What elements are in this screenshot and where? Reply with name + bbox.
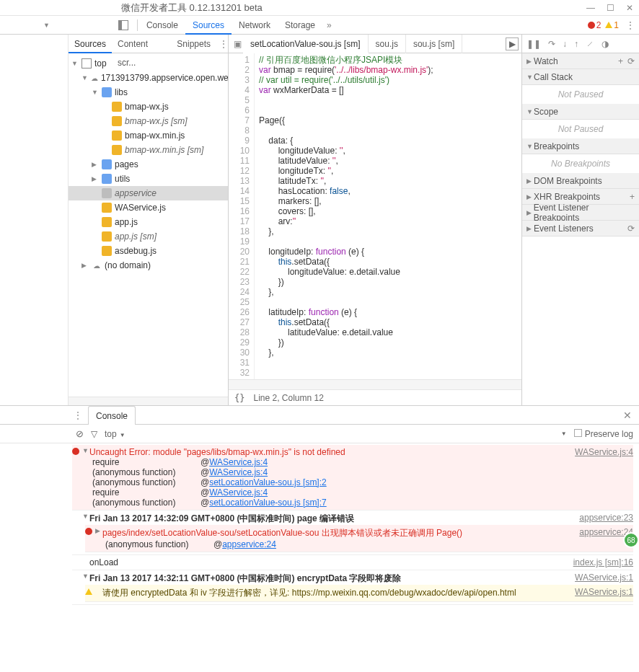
- tree-item[interactable]: bmap-wx.js: [69, 100, 228, 114]
- tree-item[interactable]: asdebug.js: [69, 244, 228, 258]
- event-lst-header[interactable]: ▶Event Listeners⟳: [522, 221, 639, 236]
- kebab-icon[interactable]: ⋮: [626, 20, 635, 30]
- breakpoints-header[interactable]: ▼Breakpoints: [522, 138, 639, 154]
- window-controls: — ☐ ✕: [586, 3, 633, 13]
- step-into-icon[interactable]: ↓: [563, 39, 567, 49]
- line-gutter: 1234567891011121314151617181920212223242…: [229, 53, 255, 379]
- preserve-log-checkbox[interactable]: Preserve log: [574, 429, 633, 439]
- callstack-header[interactable]: ▼Call Stack: [522, 69, 639, 85]
- tree-item[interactable]: appservice: [69, 186, 228, 200]
- dom-bp-header[interactable]: ▶DOM Breakpoints: [522, 173, 639, 189]
- error-count[interactable]: 2: [588, 20, 601, 30]
- console-filter-bar: ⊘ ▽ top▼ ▼ Preserve log: [0, 425, 639, 443]
- pause-exc-icon[interactable]: ◑: [601, 39, 609, 49]
- cursor-position: Line 2, Column 12: [253, 393, 323, 403]
- tree-item[interactable]: bmap-wx.min.js [sm]: [69, 143, 228, 157]
- log-line: onLoadindex.js [sm]:16: [72, 555, 633, 570]
- tree-item[interactable]: bmap-wx.min.js: [69, 128, 228, 143]
- tree-item[interactable]: app.js: [69, 215, 228, 229]
- log-source-link[interactable]: WAService.js:4: [568, 447, 633, 457]
- stack-link[interactable]: WAService.js:4: [209, 467, 268, 477]
- sources-subtabs: Sources Content scr... Snippets ⋮: [69, 35, 228, 53]
- editor-tab-0[interactable]: setLocationValue-sou.js [sm]: [243, 35, 369, 53]
- editor-tabs: ▣ setLocationValue-sou.js [sm] sou.js so…: [229, 35, 521, 53]
- devtools-toolbar: ▼ Console Sources Network Storage » 2 1 …: [0, 16, 639, 35]
- editor-pane: ▣ setLocationValue-sou.js [sm] sou.js so…: [229, 35, 522, 405]
- log-source-link[interactable]: WAService.js:1: [568, 587, 633, 599]
- refresh-evt-icon[interactable]: ⟳: [627, 224, 635, 234]
- subtab-sources[interactable]: Sources: [69, 35, 112, 53]
- console-tab[interactable]: Console: [88, 406, 136, 425]
- filter-icon[interactable]: ▽: [91, 429, 97, 439]
- scope-body: Not Paused: [522, 120, 639, 138]
- more-tabs-icon[interactable]: »: [327, 20, 332, 30]
- close-icon[interactable]: ✕: [626, 3, 633, 13]
- tree-item[interactable]: app.js [sm]: [69, 229, 228, 244]
- tree-item[interactable]: bmap-wx.js [sm]: [69, 114, 228, 128]
- warning-count[interactable]: 1: [605, 20, 619, 30]
- brace-icon[interactable]: {}: [234, 393, 244, 403]
- log-source-link[interactable]: index.js [sm]:16: [566, 557, 633, 567]
- nav-back-icon[interactable]: ▣: [232, 39, 243, 49]
- console-drawer-header: ⋮ Console ✕: [0, 406, 639, 425]
- console-close-icon[interactable]: ✕: [623, 410, 632, 421]
- tab-storage[interactable]: Storage: [278, 16, 322, 35]
- run-icon[interactable]: ▶: [506, 37, 519, 50]
- console-kebab-icon[interactable]: ⋮: [74, 410, 82, 420]
- code-editor[interactable]: 1234567891011121314151617181920212223242…: [229, 53, 521, 379]
- scope-header[interactable]: ▼Scope: [522, 104, 639, 120]
- editor-status: {} Line 2, Column 12: [229, 389, 521, 405]
- console-body: ▼Uncaught Error: module "pages/libs/bmap…: [0, 443, 639, 606]
- dropdown-icon[interactable]: ▼: [43, 22, 50, 29]
- code-content[interactable]: // 引用百度地图微信小程序JSAPI模块 var bmap = require…: [255, 53, 521, 379]
- add-xhr-bp-icon[interactable]: +: [630, 192, 635, 202]
- tree-item[interactable]: WAService.js: [69, 200, 228, 215]
- file-tree: ▼top▼☁1713913799.appservice.open.weix▼li…: [69, 53, 228, 397]
- subtab-kebab-icon[interactable]: ⋮: [219, 39, 228, 49]
- callstack-body: Not Paused: [522, 85, 639, 104]
- log-source-link[interactable]: WAService.js:1: [568, 572, 633, 585]
- window-title: 微信开发者工具 0.12.131201 beta: [121, 1, 263, 14]
- tab-sources[interactable]: Sources: [185, 16, 232, 35]
- stack-link[interactable]: setLocationValue-sou.js [sm]:7: [209, 498, 327, 508]
- stack-link[interactable]: appservice:24: [222, 539, 276, 549]
- tree-item[interactable]: ▶utils: [69, 172, 228, 186]
- tab-console[interactable]: Console: [139, 16, 185, 35]
- editor-tab-2[interactable]: sou.js [sm]: [406, 35, 462, 53]
- step-over-icon[interactable]: ↷: [548, 39, 555, 49]
- step-out-icon[interactable]: ↑: [574, 39, 578, 49]
- dock-icon[interactable]: [118, 20, 128, 30]
- stack-link[interactable]: setLocationValue-sou.js [sm]:2: [209, 477, 327, 487]
- debug-toolbar: ❚❚ ↷ ↓ ↑ ⟋ ◑: [522, 35, 639, 53]
- refresh-watch-icon[interactable]: ⟳: [627, 56, 635, 66]
- editor-hscroll[interactable]: [229, 379, 521, 389]
- watch-header[interactable]: ▶Watch+⟳: [522, 53, 639, 69]
- tree-hscroll[interactable]: [69, 397, 228, 405]
- log-group: ▼Fri Jan 13 2017 14:32:09 GMT+0800 (中国标准…: [72, 510, 633, 555]
- stack-link[interactable]: WAService.js:4: [209, 487, 268, 498]
- add-watch-icon[interactable]: +: [618, 56, 623, 66]
- clear-console-icon[interactable]: ⊘: [76, 428, 84, 439]
- tree-item[interactable]: ▼top: [69, 56, 228, 71]
- level-dropdown-icon[interactable]: ▼: [561, 430, 567, 437]
- pause-icon[interactable]: ❚❚: [526, 39, 541, 49]
- breakpoints-body: No Breakpoints: [522, 154, 639, 173]
- minimize-icon[interactable]: —: [586, 3, 595, 13]
- titlebar: 微信开发者工具 0.12.131201 beta — ☐ ✕: [0, 0, 639, 16]
- maximize-icon[interactable]: ☐: [607, 3, 614, 13]
- tree-item[interactable]: ▶pages: [69, 157, 228, 172]
- deactivate-bp-icon[interactable]: ⟋: [586, 39, 594, 49]
- tab-network[interactable]: Network: [232, 16, 278, 35]
- left-gutter: [0, 35, 69, 405]
- event-bp-header[interactable]: ▶Event Listener Breakpoints: [522, 205, 639, 221]
- tree-item[interactable]: ▼☁1713913799.appservice.open.weix: [69, 71, 228, 85]
- tree-item[interactable]: ▶☁(no domain): [69, 258, 228, 273]
- stack-link[interactable]: WAService.js:4: [209, 457, 268, 467]
- tree-item[interactable]: ▼libs: [69, 85, 228, 100]
- context-selector[interactable]: top▼: [105, 429, 125, 439]
- editor-tab-1[interactable]: sou.js: [369, 35, 406, 53]
- log-source-link[interactable]: appservice:23: [572, 513, 633, 525]
- float-badge[interactable]: 68: [623, 532, 639, 548]
- subtab-snippets[interactable]: Snippets: [171, 35, 216, 53]
- subtab-content-scripts[interactable]: Content scr...: [112, 35, 171, 53]
